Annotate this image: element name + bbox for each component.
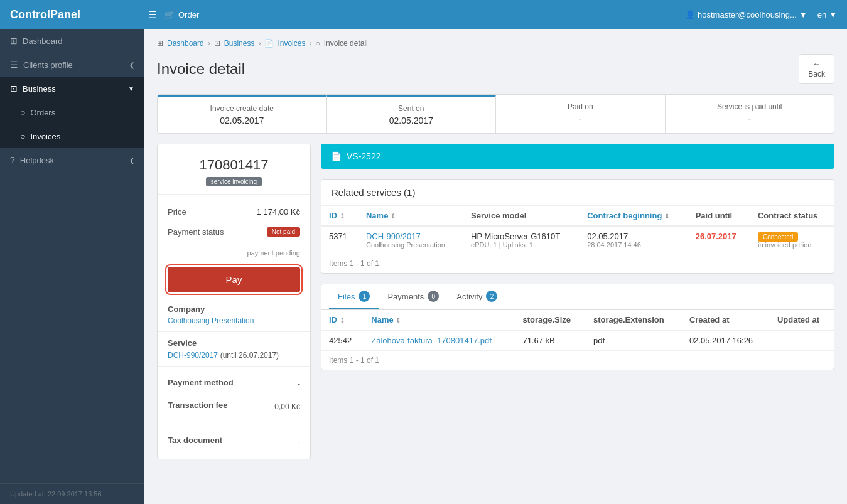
orders-icon: ○ <box>20 107 25 117</box>
files-col-name[interactable]: Name ⇕ <box>364 310 515 330</box>
sort-icon-contract: ⇕ <box>664 213 669 220</box>
sidebar-item-orders[interactable]: ○ Orders <box>0 100 144 124</box>
status-card-service-paid-until: Service is paid until - <box>666 95 834 133</box>
hamburger-icon[interactable]: ☰ <box>148 9 157 21</box>
chevron-right-icon: ❮ <box>129 157 134 164</box>
col-contract-beginning[interactable]: Contract beginning ⇕ <box>580 206 688 226</box>
sidebar-item-label: Dashboard <box>23 36 63 46</box>
breadcrumb-sep: › <box>258 39 261 48</box>
invoices-icon: ○ <box>20 131 25 141</box>
invoice-details: Price 1 174,00 Kč Payment status Not pai… <box>158 195 310 249</box>
tab-payments[interactable]: Payments 0 <box>379 284 448 309</box>
breadcrumb-sep: › <box>208 39 210 48</box>
back-button[interactable]: ← Back <box>799 54 834 84</box>
col-id[interactable]: ID ⇕ <box>321 206 359 226</box>
sidebar-item-label: Business <box>23 84 56 94</box>
status-cards: Invoice create date 02.05.2017 Sent on 0… <box>157 94 834 134</box>
files-col-id[interactable]: ID ⇕ <box>321 310 364 330</box>
vs-file-icon: 📄 <box>331 151 342 161</box>
service-link[interactable]: DCH-990/2017 <box>168 351 218 360</box>
tab-payments-label: Payments <box>387 292 424 301</box>
brand-name: ControlPanel <box>10 8 136 21</box>
tab-activity-badge: 2 <box>486 291 497 302</box>
service-model-sub: ePDU: 1 | Uplinks: 1 <box>471 241 572 249</box>
breadcrumb-business[interactable]: Business <box>224 39 255 48</box>
files-section-box: Files 1 Payments 0 Activity 2 <box>321 284 834 370</box>
files-count: Items 1 - 1 of 1 <box>321 350 834 370</box>
back-label: Back <box>808 70 825 78</box>
file-row: 42542 Zalohova-faktura_170801417.pdf 71.… <box>321 330 834 350</box>
contract-beginning-date: 02.05.2017 <box>587 232 681 241</box>
sidebar-item-invoices[interactable]: ○ Invoices <box>0 124 144 148</box>
file-extension: pdf <box>586 330 682 350</box>
breadcrumb-icon-invoices: 📄 <box>264 39 274 48</box>
breadcrumb-icon-business: ⊡ <box>214 39 220 48</box>
user-menu[interactable]: 👤 hostmaster@coolhousing... ▼ <box>685 10 807 19</box>
breadcrumb-dashboard[interactable]: Dashboard <box>167 39 204 48</box>
chevron-right-icon: ❮ <box>129 62 134 68</box>
left-panel: 170801417 service invoicing Price 1 174,… <box>157 144 311 459</box>
back-arrow-icon: ← <box>813 60 821 68</box>
sidebar-item-business[interactable]: ⊡ Business ▼ <box>0 77 144 100</box>
row-id: 5371 <box>321 226 359 254</box>
status-card-paid-on: Paid on - <box>496 95 666 133</box>
transaction-fee-value: 0,00 Kč <box>274 402 300 411</box>
file-size: 71.67 kB <box>515 330 586 350</box>
col-service-model: Service model <box>463 206 580 226</box>
cart-icon: 🛒 <box>165 10 175 19</box>
lang-label: en <box>817 10 826 19</box>
col-name[interactable]: Name ⇕ <box>359 206 463 226</box>
service-name-link[interactable]: DCH-990/2017 <box>366 232 456 241</box>
file-name-link[interactable]: Zalohova-faktura_170801417.pdf <box>371 336 492 345</box>
tab-files[interactable]: Files 1 <box>329 284 379 309</box>
company-value[interactable]: Coolhousing Presentation <box>168 316 300 325</box>
sidebar: ⊞ Dashboard ☰ Clients profile ❮ ⊡ Busine… <box>0 29 144 504</box>
tax-document-value: - <box>298 437 300 446</box>
connected-badge: Connected <box>758 232 798 242</box>
status-card-sent-on: Sent on 02.05.2017 <box>327 95 497 133</box>
payment-status-row: Payment status Not paid <box>168 222 300 242</box>
price-value: 1 174,00 Kč <box>257 207 300 217</box>
chevron-down-icon: ▼ <box>128 85 134 92</box>
col-paid-until: Paid until <box>688 206 750 226</box>
row-service-model: HP MicroServer G1610T ePDU: 1 | Uplinks:… <box>463 226 580 254</box>
files-col-updated-at: Updated at <box>770 310 834 330</box>
file-updated-at <box>770 330 834 350</box>
tab-files-badge: 1 <box>359 291 370 302</box>
company-label: Company <box>168 304 300 314</box>
navbar: ControlPanel ☰ 🛒 Order 👤 hostmaster@cool… <box>0 0 847 29</box>
order-link[interactable]: 🛒 Order <box>165 10 199 19</box>
user-icon: 👤 <box>685 10 695 19</box>
service-name-sub: Coolhousing Presentation <box>366 241 456 249</box>
sidebar-item-dashboard[interactable]: ⊞ Dashboard <box>0 29 144 53</box>
files-table: ID ⇕ Name ⇕ storage.Size storage.Extensi… <box>321 310 834 350</box>
sidebar-item-label: Clients profile <box>23 60 73 70</box>
sidebar-item-helpdesk[interactable]: ? Helpdesk ❮ <box>0 148 144 172</box>
tax-document-section: Tax document - <box>158 424 310 459</box>
files-header-row: ID ⇕ Name ⇕ storage.Size storage.Extensi… <box>321 310 834 330</box>
sidebar-item-clients-profile[interactable]: ☰ Clients profile ❮ <box>0 53 144 77</box>
files-col-size: storage.Size <box>515 310 586 330</box>
payment-method-value: - <box>298 380 300 389</box>
language-menu[interactable]: en ▼ <box>817 10 837 19</box>
not-paid-badge: Not paid <box>267 227 300 237</box>
row-paid-until: 26.07.2017 <box>688 226 750 254</box>
business-icon: ⊡ <box>10 83 18 94</box>
row-name: DCH-990/2017 Coolhousing Presentation <box>359 226 463 254</box>
pay-button[interactable]: Pay <box>168 267 300 292</box>
sort-icon-file-name: ⇕ <box>396 317 401 324</box>
invoice-number-section: 170801417 service invoicing <box>158 144 310 195</box>
clients-icon: ☰ <box>10 60 18 70</box>
payment-method-label: Payment method <box>168 378 234 387</box>
sort-icon-id: ⇕ <box>340 213 345 220</box>
page-title-row: Invoice detail ← Back <box>157 54 834 84</box>
contract-beginning-sub: 28.04.2017 14:46 <box>587 241 681 249</box>
payment-method-row: Payment method - <box>168 373 300 395</box>
lang-chevron-icon: ▼ <box>829 10 837 19</box>
payment-status-label: Payment status <box>168 227 224 237</box>
tab-activity[interactable]: Activity 2 <box>448 284 506 309</box>
invoice-badge: service invoicing <box>206 177 262 186</box>
breadcrumb-invoices[interactable]: Invoices <box>278 39 305 48</box>
related-services-box: Related services (1) ID ⇕ Name ⇕ <box>321 179 834 274</box>
sent-on-value: 02.05.2017 <box>337 115 486 126</box>
